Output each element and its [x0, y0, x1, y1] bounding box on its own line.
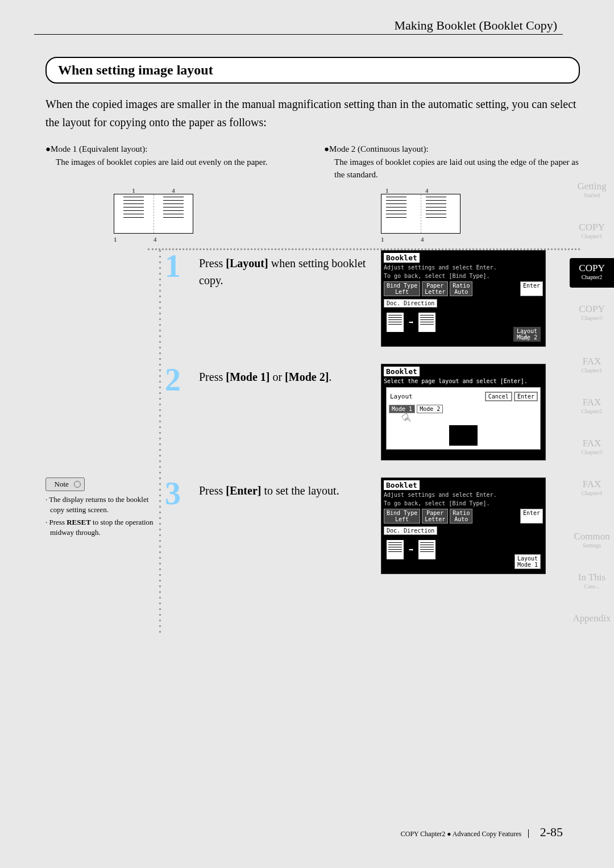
- mode-descriptions: ●Mode 1 (Equivalent layout): The images …: [45, 143, 580, 181]
- dotted-vertical: [159, 250, 161, 637]
- booklet-icon: [418, 539, 436, 560]
- step-3-number: 3: [165, 477, 188, 574]
- panel-title: Booklet: [384, 253, 420, 263]
- step-1: 1 Press [Layout] when setting booklet co…: [165, 250, 580, 347]
- bind-type-button[interactable]: Bind TypeLeft: [384, 281, 420, 296]
- mode1-figure: 14 14: [114, 187, 193, 243]
- ratio-button[interactable]: RatioAuto: [450, 281, 472, 296]
- panel-title: Booklet: [384, 480, 420, 490]
- tab-appendix[interactable]: Appendix: [570, 608, 614, 638]
- mode1-title: ●Mode 1 (Equivalent layout):: [45, 143, 301, 156]
- note-item: · The display returns to the booklet cop…: [45, 495, 154, 515]
- booklet-icon: [418, 312, 436, 333]
- doc-direction-button[interactable]: Doc. Direction: [384, 526, 437, 535]
- layout-button[interactable]: Layout Mode 1: [515, 554, 541, 569]
- mode2-desc: The images of booklet copies are laid ou…: [334, 156, 580, 181]
- step-1-screen: Booklet Adjust settings and select Enter…: [381, 250, 546, 347]
- step-2-number: 2: [165, 364, 188, 460]
- step-2-text: Press [Mode 1] or [Mode 2].: [199, 364, 370, 460]
- enter-button[interactable]: Enter: [520, 509, 543, 524]
- mode1-button[interactable]: Mode 1: [389, 405, 415, 413]
- section-intro: When the copied images are smaller in th…: [45, 95, 580, 131]
- enter-button[interactable]: Enter: [520, 281, 543, 296]
- note-heading: Note: [45, 477, 85, 491]
- step-2-screen: Booklet Select the page layout and selec…: [381, 364, 546, 460]
- bind-type-button[interactable]: Bind TypeLeft: [384, 509, 420, 524]
- mode2-button[interactable]: Mode 2: [417, 405, 443, 413]
- page-number: 2-85: [540, 825, 563, 839]
- note-box: Note · The display returns to the bookle…: [45, 477, 154, 541]
- step-3: Note · The display returns to the bookle…: [165, 477, 580, 574]
- mode2-figure: 14 14: [381, 187, 460, 243]
- doc-stack-icon: [386, 539, 404, 560]
- mode2-title: ●Mode 2 (Continuous layout):: [324, 143, 580, 156]
- ratio-button[interactable]: RatioAuto: [450, 509, 472, 524]
- section-title: When setting image layout: [45, 57, 580, 84]
- step-3-text: Press [Enter] to set the layout.: [199, 477, 370, 574]
- page-header-title: Making Booklet (Booklet Copy): [394, 18, 557, 33]
- paper-button[interactable]: PaperLetter: [422, 281, 448, 296]
- step-2: 2 Press [Mode 1] or [Mode 2]. Booklet Se…: [165, 364, 580, 460]
- step-1-text: Press [Layout] when setting booklet copy…: [199, 250, 370, 347]
- header-rule: [34, 34, 563, 35]
- arrow-icon: ➡: [409, 318, 413, 327]
- panel-title: Booklet: [384, 367, 420, 376]
- page-footer: COPY Chapter2 ● Advanced Copy Features 2…: [401, 825, 563, 840]
- preview-icon: [449, 425, 478, 446]
- note-item: · Press RESET to stop the operation midw…: [45, 517, 154, 538]
- enter-button[interactable]: Enter: [514, 392, 538, 401]
- cancel-button[interactable]: Cancel: [485, 392, 512, 401]
- arrow-icon: ➡: [409, 545, 413, 554]
- doc-direction-button[interactable]: Doc. Direction: [384, 299, 437, 308]
- paper-button[interactable]: PaperLetter: [422, 509, 448, 524]
- step-3-screen: Booklet Adjust settings and select Enter…: [381, 477, 546, 574]
- mode1-desc: The images of booklet copies are laid ou…: [56, 156, 301, 169]
- doc-stack-icon: [386, 312, 404, 333]
- layout-figures: 14 14 14 14: [45, 187, 580, 243]
- step-1-number: 1: [165, 250, 188, 347]
